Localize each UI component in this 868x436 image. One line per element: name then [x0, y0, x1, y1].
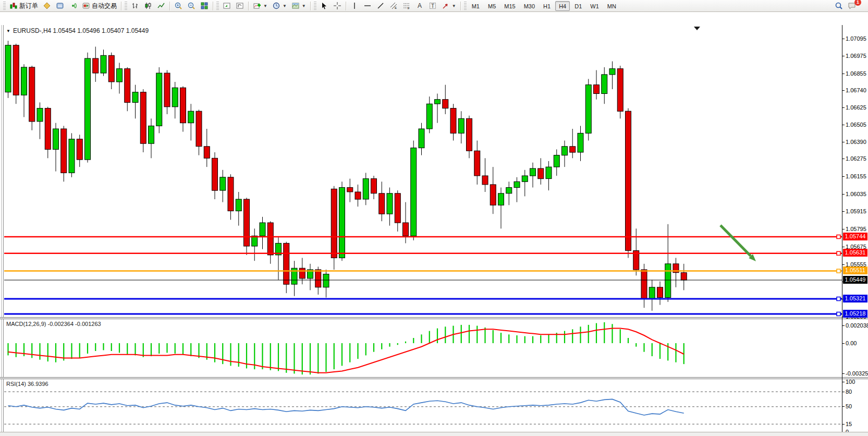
chart-shift-marker: [694, 27, 700, 30]
channel-button[interactable]: E: [387, 1, 400, 11]
search-button[interactable]: [833, 1, 845, 11]
chevron-down-icon: ▼: [452, 4, 456, 8]
timeframe-m1[interactable]: M1: [468, 1, 483, 11]
zoom-in-button[interactable]: [172, 1, 185, 11]
timeframe-m15[interactable]: M15: [500, 1, 519, 11]
cursor-icon: [320, 2, 328, 10]
new-order-button[interactable]: 新订单: [7, 1, 40, 11]
rsi-panel[interactable]: [4, 379, 842, 436]
svg-text:F: F: [408, 7, 410, 10]
autotrading-label: 自动交易: [92, 2, 117, 10]
fibonacci-icon: F: [402, 2, 411, 10]
price-chart[interactable]: [4, 25, 842, 317]
arrows-button[interactable]: ▼: [439, 1, 458, 11]
chevron-down-icon: ▼: [263, 4, 267, 8]
price-tick-label: 1.05795: [846, 226, 867, 233]
rsi-axis-label: 80: [846, 389, 867, 395]
price-axis[interactable]: [842, 25, 842, 436]
template-icon: [291, 2, 300, 10]
status-bar: [0, 432, 868, 436]
notifications-button[interactable]: 1: [846, 1, 859, 11]
price-tick-label: 1.06390: [846, 139, 867, 146]
chevron-down-icon: ▼: [283, 4, 287, 8]
signal-icon: [69, 2, 77, 10]
indicators-button[interactable]: ▼: [251, 1, 270, 11]
svg-text:T: T: [431, 3, 434, 9]
new-order-label: 新订单: [19, 2, 38, 10]
chart-window: ▼ EURUSD-,H4 1.05454 1.05496 1.05407 1.0…: [0, 13, 868, 432]
text-label-button[interactable]: T: [426, 1, 439, 11]
trendline-icon: [376, 2, 385, 10]
price-tick-label: 1.07095: [846, 35, 867, 42]
search-icon: [835, 2, 843, 10]
timeframe-mn[interactable]: MN: [604, 1, 620, 11]
toolbar-grip[interactable]: [3, 2, 6, 10]
market-depth-button[interactable]: [54, 1, 66, 11]
svg-text:E: E: [395, 6, 397, 9]
text-a-icon: A: [415, 2, 424, 10]
rsi-axis-label: 50: [846, 403, 867, 410]
text-label-icon: T: [429, 2, 437, 10]
cursor-button[interactable]: [318, 1, 331, 11]
profile-chart-icon: [223, 2, 231, 10]
timeframe-h4[interactable]: H4: [555, 1, 570, 11]
price-tick-label: 1.06155: [846, 173, 867, 180]
step-chart-button[interactable]: [234, 1, 246, 11]
fibonacci-button[interactable]: F: [400, 1, 413, 11]
price-level-label: 1.05631: [843, 249, 867, 257]
timeframe-m30[interactable]: M30: [520, 1, 539, 11]
bar-chart-button[interactable]: [129, 1, 141, 11]
line-chart-button[interactable]: [155, 1, 167, 11]
step-chart-icon: [236, 2, 244, 10]
timeframe-d1[interactable]: D1: [571, 1, 585, 11]
autotrading-icon: [82, 2, 90, 10]
clock-icon: [272, 2, 280, 10]
zoom-out-button[interactable]: [185, 1, 198, 11]
chevron-down-icon: ▼: [302, 4, 306, 8]
macd-axis-label: 0.002038: [846, 322, 867, 329]
depth-icon: [56, 2, 64, 10]
horizontal-line-icon: [363, 2, 372, 10]
vertical-line-button[interactable]: [348, 1, 361, 11]
tile-windows-icon: [200, 2, 209, 10]
price-level-label: 1.05511: [843, 267, 867, 274]
timeframe-m5[interactable]: M5: [484, 1, 499, 11]
timeframe-h1[interactable]: H1: [540, 1, 554, 11]
templates-button[interactable]: ▼: [289, 1, 308, 11]
rsi-axis-label: 15: [846, 421, 867, 428]
macd-axis-label: 0.00: [846, 340, 867, 347]
zoom-in-icon: [174, 2, 182, 10]
candlestick-chart-icon: [144, 2, 152, 10]
text-button[interactable]: A: [413, 1, 426, 11]
timeframe-toolbar: M1M5M15M30H1H4D1W1MN: [468, 1, 620, 11]
autotrading-button[interactable]: 自动交易: [80, 1, 119, 11]
price-tick-label: 1.06275: [846, 155, 867, 162]
price-level-label: 1.05321: [843, 295, 867, 302]
tile-windows-button[interactable]: [198, 1, 211, 11]
vertical-line-icon: [350, 2, 359, 10]
price-level-label: 1.05449: [843, 276, 867, 284]
styler-button[interactable]: [41, 1, 53, 11]
macd-panel[interactable]: [4, 319, 842, 377]
rsi-axis-label: 100: [846, 379, 867, 385]
timeframe-w1[interactable]: W1: [586, 1, 603, 11]
macd-axis-label: -0.003256: [846, 370, 867, 377]
gold-diamond-icon: [43, 2, 51, 10]
arrow-object-icon: [442, 2, 450, 10]
price-tick-label: 1.06975: [846, 53, 867, 59]
new-order-icon: [9, 2, 18, 10]
crosshair-button[interactable]: [331, 1, 344, 11]
equidistant-channel-icon: E: [389, 2, 398, 10]
price-level-label: 1.05744: [843, 233, 867, 240]
horizontal-line-button[interactable]: [361, 1, 374, 11]
notification-badge: 1: [854, 0, 861, 6]
candlestick-chart-button[interactable]: [142, 1, 154, 11]
price-level-label: 1.05218: [843, 310, 867, 318]
trendline-button[interactable]: [374, 1, 387, 11]
main-toolbar: 新订单 自动交易: [0, 0, 868, 12]
mt4-window: 新订单 自动交易: [0, 0, 868, 436]
price-tick-label: 1.06625: [846, 104, 867, 111]
profile-chart-button[interactable]: [221, 1, 233, 11]
signals-button[interactable]: [67, 1, 79, 11]
periods-button[interactable]: ▼: [270, 1, 289, 11]
